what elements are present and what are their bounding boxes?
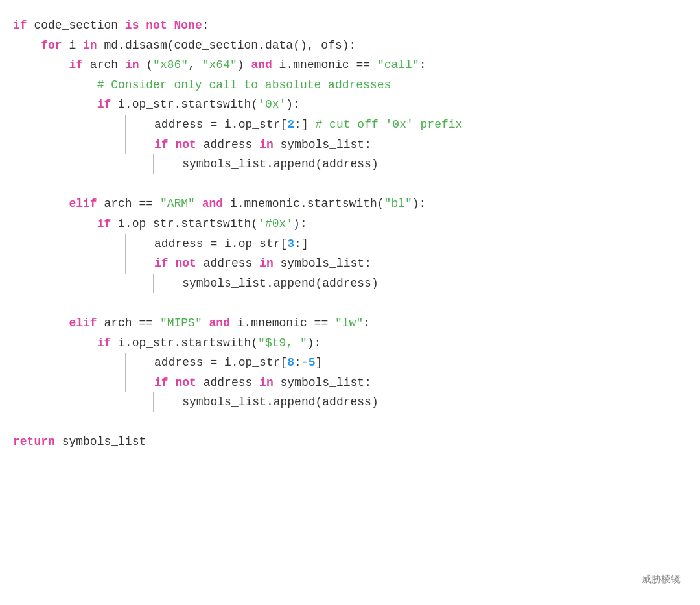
watermark: 威胁棱镜 — [642, 571, 681, 587]
code-display: if code_section is not None: for i in md… — [0, 0, 700, 605]
